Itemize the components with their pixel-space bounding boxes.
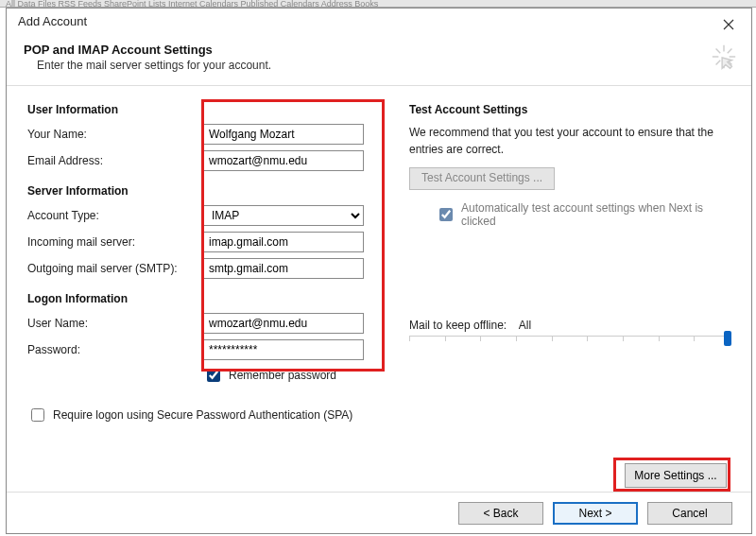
more-settings-button[interactable]: More Settings ... [625, 463, 727, 488]
dialog-footer: < Back Next > Cancel [7, 492, 751, 533]
password-input[interactable] [203, 339, 364, 360]
slider-thumb[interactable] [724, 331, 731, 346]
label-auto-test: Automatically test account settings when… [461, 201, 707, 228]
mail-offline-row: Mail to keep offline: All [409, 319, 730, 354]
header-subtitle: Enter the mail server settings for your … [24, 59, 685, 72]
username-input[interactable] [203, 313, 364, 334]
dialog-header: POP and IMAP Account Settings Enter the … [7, 37, 751, 86]
label-your-name: Your Name: [27, 128, 203, 141]
section-server-info: Server Information [27, 184, 377, 198]
cancel-button[interactable]: Cancel [647, 502, 732, 525]
bottom-pane: More Settings ... [27, 431, 730, 492]
test-description: We recommend that you test your account … [409, 124, 730, 158]
label-username: User Name: [27, 317, 203, 330]
close-button[interactable] [713, 14, 744, 35]
label-password: Password: [27, 343, 203, 356]
section-test-settings: Test Account Settings [409, 103, 730, 116]
label-incoming: Incoming mail server: [27, 235, 203, 249]
label-mail-offline: Mail to keep offline: [409, 319, 507, 332]
section-user-info: User Information [27, 103, 377, 116]
titlebar: Add Account [7, 9, 751, 37]
email-input[interactable] [203, 150, 364, 171]
incoming-server-input[interactable] [203, 232, 364, 252]
back-button[interactable]: < Back [458, 502, 543, 525]
label-outgoing: Outgoing mail server (SMTP): [27, 262, 203, 275]
right-column: Test Account Settings We recommend that … [409, 99, 730, 424]
dialog-title: Add Account [18, 14, 87, 28]
auto-test-checkbox[interactable] [439, 208, 453, 221]
label-email: Email Address: [27, 154, 203, 167]
remember-password-checkbox[interactable] [207, 369, 220, 382]
your-name-input[interactable] [203, 124, 364, 145]
label-require-spa: Require logon using Secure Password Auth… [53, 408, 352, 422]
label-remember-password: Remember password [229, 369, 336, 382]
section-logon-info: Logon Information [27, 292, 377, 305]
add-account-dialog: Add Account POP and IMAP Account Setting… [6, 8, 752, 534]
more-settings-area: More Settings ... [419, 431, 730, 492]
mail-offline-slider[interactable] [409, 336, 730, 354]
require-spa-checkbox[interactable] [31, 408, 44, 422]
label-account-type: Account Type: [27, 209, 203, 222]
dialog-body: User Information Your Name: Email Addres… [7, 86, 751, 432]
next-button[interactable]: Next > [553, 502, 638, 525]
background-strip: All Data Files RSS Feeds SharePoint List… [0, 0, 756, 8]
mail-offline-value: All [519, 319, 531, 332]
cursor-sparkle-icon [710, 43, 738, 71]
test-account-settings-button[interactable]: Test Account Settings ... [409, 167, 555, 190]
account-type-select[interactable]: IMAP [203, 205, 364, 226]
left-column: User Information Your Name: Email Addres… [27, 99, 377, 424]
close-icon [723, 19, 734, 30]
outgoing-server-input[interactable] [203, 258, 364, 279]
header-title: POP and IMAP Account Settings [24, 43, 685, 57]
